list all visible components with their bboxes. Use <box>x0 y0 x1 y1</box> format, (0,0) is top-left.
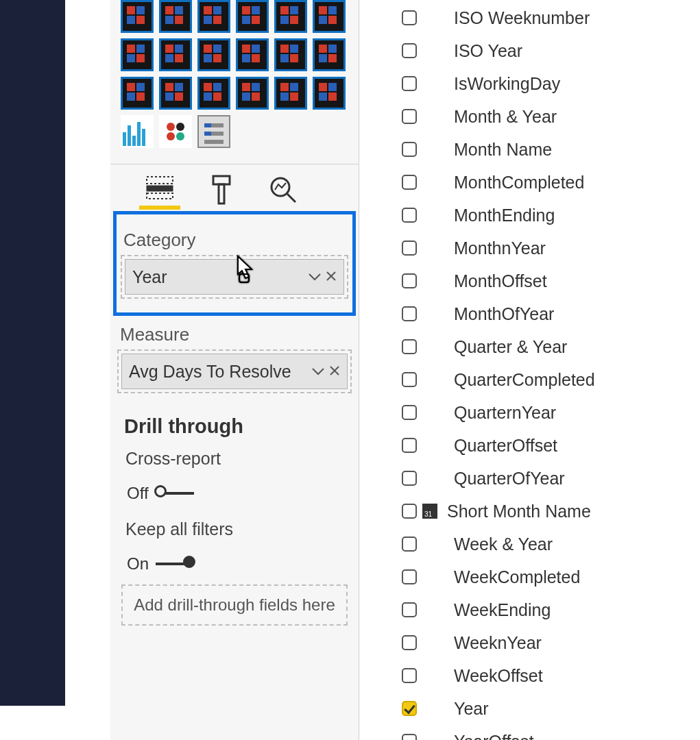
field-checkbox[interactable] <box>402 504 417 519</box>
field-checkbox[interactable] <box>402 43 417 58</box>
field-row[interactable]: MonthEnding <box>402 199 700 232</box>
visualizations-pane: Category Year Measure Avg Days To Resolv… <box>110 0 359 740</box>
field-checkbox[interactable] <box>402 471 417 486</box>
viz-tile[interactable] <box>236 38 269 71</box>
category-field-chip[interactable]: Year <box>125 259 344 295</box>
svg-rect-2 <box>147 193 173 199</box>
drill-through-dropzone[interactable]: Add drill-through fields here <box>121 584 348 626</box>
viz-tile[interactable] <box>274 38 307 71</box>
field-name-label: WeekEnding <box>454 600 551 620</box>
field-checkbox[interactable] <box>402 635 417 650</box>
chevron-down-icon[interactable] <box>308 268 322 286</box>
chevron-down-icon[interactable] <box>311 362 325 380</box>
field-row[interactable]: Short Month Name <box>402 495 700 528</box>
field-checkbox[interactable] <box>402 175 417 190</box>
field-row[interactable]: Month Name <box>402 133 700 166</box>
field-checkbox[interactable] <box>402 602 417 617</box>
field-row[interactable]: YearOffset <box>402 725 700 740</box>
viz-tile[interactable] <box>121 0 154 33</box>
field-checkbox[interactable] <box>402 372 417 387</box>
cross-report-toggle[interactable]: Off <box>127 484 352 503</box>
viz-tile[interactable] <box>159 0 192 33</box>
remove-field-icon[interactable] <box>329 362 340 380</box>
viz-tile-list[interactable] <box>197 115 230 148</box>
viz-tile[interactable] <box>159 38 192 71</box>
category-well-label: Category <box>123 230 346 251</box>
field-row[interactable]: WeeknYear <box>402 626 700 659</box>
field-checkbox[interactable] <box>402 701 417 716</box>
viz-tile[interactable] <box>121 38 154 71</box>
field-row[interactable]: Quarter & Year <box>402 330 700 363</box>
field-name-label: QuarterOffset <box>454 436 557 456</box>
field-checkbox[interactable] <box>402 76 417 91</box>
field-row[interactable]: MonthOffset <box>402 264 700 297</box>
field-checkbox[interactable] <box>402 569 417 584</box>
viz-tile-scatter[interactable] <box>159 115 192 148</box>
cross-report-label: Cross-report <box>117 443 352 474</box>
fields-tab-icon[interactable] <box>139 170 180 210</box>
field-checkbox[interactable] <box>402 273 417 288</box>
field-checkbox[interactable] <box>402 536 417 552</box>
field-row[interactable]: QuarterOffset <box>402 429 700 462</box>
pane-tab-row <box>110 164 359 210</box>
field-row[interactable]: WeekCompleted <box>402 560 700 593</box>
field-checkbox[interactable] <box>402 405 417 420</box>
category-dropzone[interactable]: Year <box>121 255 348 299</box>
viz-tile[interactable] <box>197 0 230 33</box>
category-field-name: Year <box>132 267 167 287</box>
field-checkbox[interactable] <box>402 142 417 157</box>
viz-tile[interactable] <box>197 77 230 110</box>
viz-tile[interactable] <box>313 0 346 33</box>
viz-tile[interactable] <box>236 77 269 110</box>
field-checkbox[interactable] <box>402 734 417 740</box>
field-row[interactable]: MonthOfYear <box>402 297 700 330</box>
field-row[interactable]: QuarternYear <box>402 396 700 429</box>
field-row[interactable]: ISO Year <box>402 34 700 67</box>
field-row[interactable]: Week & Year <box>402 528 700 560</box>
field-row[interactable]: QuarterOfYear <box>402 462 700 495</box>
field-row[interactable]: WeekOffset <box>402 659 700 692</box>
field-checkbox[interactable] <box>402 10 417 25</box>
viz-tile[interactable] <box>313 38 346 71</box>
field-name-label: MonthnYear <box>454 238 546 258</box>
viz-tile[interactable] <box>274 0 307 33</box>
field-name-label: MonthOfYear <box>454 304 554 324</box>
svg-line-6 <box>287 194 295 202</box>
drill-through-heading: Drill through <box>124 415 346 438</box>
field-row[interactable]: Year <box>402 692 700 725</box>
viz-tile[interactable] <box>159 77 192 110</box>
svg-rect-1 <box>147 186 173 191</box>
field-checkbox[interactable] <box>402 668 417 683</box>
viz-tile[interactable] <box>121 77 154 110</box>
field-checkbox[interactable] <box>402 208 417 223</box>
viz-tile[interactable] <box>236 0 269 33</box>
measure-well-label: Measure <box>120 324 349 345</box>
field-row[interactable]: WeekEnding <box>402 593 700 626</box>
format-tab-icon[interactable] <box>201 170 242 210</box>
field-checkbox[interactable] <box>402 306 417 321</box>
viz-tile[interactable] <box>197 38 230 71</box>
field-checkbox[interactable] <box>402 438 417 453</box>
field-name-label: WeeknYear <box>454 633 542 653</box>
measure-dropzone[interactable]: Avg Days To Resolve <box>117 349 352 393</box>
field-row[interactable]: Month & Year <box>402 100 700 133</box>
field-checkbox[interactable] <box>402 339 417 354</box>
viz-tile[interactable] <box>274 77 307 110</box>
fields-list-pane: ISO WeeknumberISO YearIsWorkingDayMonth … <box>359 0 700 740</box>
field-checkbox[interactable] <box>402 109 417 124</box>
field-name-label: WeekCompleted <box>454 567 580 587</box>
measure-field-chip[interactable]: Avg Days To Resolve <box>121 354 348 389</box>
field-checkbox[interactable] <box>402 241 417 256</box>
viz-tile-barchart[interactable] <box>121 115 154 148</box>
field-row[interactable]: IsWorkingDay <box>402 67 700 100</box>
remove-field-icon[interactable] <box>326 268 337 286</box>
field-name-label: QuarterOfYear <box>454 469 565 489</box>
field-row[interactable]: QuarterCompleted <box>402 363 700 396</box>
field-name-label: ISO Weeknumber <box>454 8 590 28</box>
keep-all-filters-toggle[interactable]: On <box>127 554 352 574</box>
field-row[interactable]: MonthnYear <box>402 232 700 264</box>
field-row[interactable]: MonthCompleted <box>402 166 700 199</box>
field-row[interactable]: ISO Weeknumber <box>402 1 700 34</box>
analytics-tab-icon[interactable] <box>263 170 304 210</box>
viz-tile[interactable] <box>313 77 346 110</box>
